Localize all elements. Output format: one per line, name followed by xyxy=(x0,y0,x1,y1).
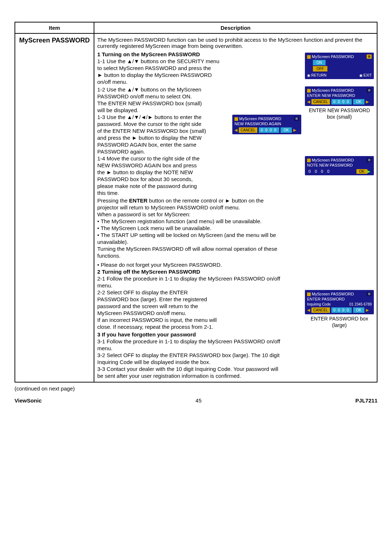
ui-digits: 0 0 0 0 xyxy=(309,169,331,174)
close-icon: ⊕ xyxy=(367,158,372,162)
continued-note: (continued on next page) xyxy=(15,385,377,392)
s3-3b: be sent after your user registration inf… xyxy=(97,373,374,379)
ui-ok: OK xyxy=(281,127,291,133)
ui-cancel: CANCEL xyxy=(311,307,330,313)
ui-title: MyScreen PASSWORD xyxy=(312,54,354,59)
ui-enter-new-password: MyScreen PASSWORD ⊗ ENTER NEW PASSWORD ◀… xyxy=(305,86,374,106)
bullet-3b: unavailable). xyxy=(97,239,374,245)
ui-title: MyScreen PASSWORD xyxy=(312,292,354,296)
ui-note-new-password: MyScreen PASSWORD ⊕ NOTE NEW PASSWORD 0 … xyxy=(305,156,374,175)
ui-inquiring-code: 01 2345 6789 xyxy=(350,302,372,307)
ui-cancel: CANCEL xyxy=(311,99,330,105)
close-icon: ⊗ xyxy=(294,116,299,121)
right-arrow-icon: ▶ xyxy=(366,307,369,312)
menu-icon xyxy=(307,89,311,93)
ui-title: MyScreen PASSWORD xyxy=(312,158,354,162)
intro-text: The MyScreen PASSWORD function can be us… xyxy=(97,37,374,49)
dont-forget: • Please do not forget your MyScreen PAS… xyxy=(97,262,374,268)
s3-1a: 3-1 Follow the procedure in 1-1 to displ… xyxy=(97,338,374,344)
press-enter-line: Pressing the ENTER button on the remote … xyxy=(97,197,374,204)
s1-4f: this time. xyxy=(97,190,374,196)
ui-on: ON xyxy=(313,60,326,65)
footer-brand: ViewSonic xyxy=(15,397,42,404)
turn-off-note2: functions. xyxy=(97,253,374,259)
right-arrow-icon: ▶ xyxy=(367,169,370,173)
bullet-3a: • The START UP setting will be locked on… xyxy=(97,232,374,238)
footer-model: PJL7211 xyxy=(355,397,377,404)
s2-1b: menu. xyxy=(97,282,374,289)
press-enter-line2: projector will return to MyScreen PASSWO… xyxy=(97,204,374,210)
caption-large-1: ENTER PASSWORD box xyxy=(305,316,374,322)
s1-4e: please make note of the password during xyxy=(97,183,374,189)
close-icon: ⊗ xyxy=(367,54,372,59)
ui-exit: ◉:EXIT xyxy=(359,73,372,78)
left-arrow-icon: ◀ xyxy=(234,127,237,132)
s3-3a: 3-3 Contact your dealer with the 10 digi… xyxy=(97,366,374,372)
menu-icon xyxy=(307,159,311,162)
heading-2: 2 Turning off the MyScreen PASSWORD xyxy=(97,269,374,275)
ui-enter-password-large: MyScreen PASSWORD ⊗ ENTER PASSWORD Inqui… xyxy=(305,290,374,314)
when-set: When a password is set for MyScreen: xyxy=(97,211,374,217)
bullet-2: • The MyScreen Lock menu will be unavail… xyxy=(97,225,374,231)
menu-icon xyxy=(307,293,311,296)
menu-icon xyxy=(234,117,238,121)
s3-2b: Inquiring Code will be displayed inside … xyxy=(97,359,374,365)
menu-icon xyxy=(307,55,311,59)
close-icon: ⊗ xyxy=(367,88,372,93)
turn-off-note1: Turning the MyScreen PASSWORD off will a… xyxy=(97,246,374,252)
page-footer: ViewSonic 45 PJL7211 xyxy=(15,397,377,404)
ui-digits: 0 0 0 0 xyxy=(259,127,279,133)
caption-enter-new-2: box (small) xyxy=(305,114,374,120)
spec-table: Item Description MyScreen PASSWORD The M… xyxy=(15,22,377,383)
right-arrow-icon: ▶ xyxy=(293,127,296,132)
s3-1b: menu. xyxy=(97,345,374,351)
left-arrow-icon: ◀ xyxy=(307,99,310,104)
header-desc: Description xyxy=(94,22,377,33)
right-arrow-icon: ▶ xyxy=(366,99,369,104)
description-cell: The MyScreen PASSWORD function can be us… xyxy=(94,33,377,382)
ui-subtitle: ENTER PASSWORD xyxy=(307,297,372,302)
ui-inquiring-label: Inquiring Code xyxy=(307,302,331,307)
ui-off: OFF xyxy=(313,66,327,71)
bullet-1: • The MyScreen registration function (an… xyxy=(97,218,374,224)
ui-subtitle: NEW PASSWORD AGAIN xyxy=(234,121,299,126)
item-name: MyScreen PASSWORD xyxy=(15,33,94,382)
s3-2a: 3-2 Select OFF to display the ENTER PASS… xyxy=(97,352,374,358)
header-item: Item xyxy=(15,22,94,33)
ui-new-password-again: MyScreen PASSWORD ⊗ NEW PASSWORD AGAIN ◀… xyxy=(232,115,301,134)
caption-large-2: (large) xyxy=(305,322,374,328)
footer-page: 45 xyxy=(196,397,202,404)
ui-ok: OK xyxy=(353,307,364,313)
s1-3e: PASSWORD AGAIN box, enter the same xyxy=(97,142,374,148)
ui-ok: OK xyxy=(353,99,364,105)
s2-1a: 2-1 Follow the procedure in 1-1 to displ… xyxy=(97,275,374,282)
close-icon: ⊗ xyxy=(367,292,372,296)
ui-onoff-menu: MyScreen PASSWORD ⊗ ON OFF ◉:RETURN ◉:EX… xyxy=(305,53,374,79)
ui-cancel: CANCEL xyxy=(239,127,257,133)
left-arrow-icon: ◀ xyxy=(307,307,310,312)
caption-enter-new-1: ENTER NEW PASSWORD xyxy=(305,107,374,113)
s1-3f: PASSWORD again. xyxy=(97,148,374,155)
s1-4d: PASSWORD box for about 30 seconds, xyxy=(97,176,374,182)
ui-digits: 0 0 0 0 xyxy=(331,99,352,105)
ui-subtitle: NOTE NEW PASSWORD xyxy=(307,163,372,168)
ui-return: ◉:RETURN xyxy=(307,73,326,78)
ui-subtitle: ENTER NEW PASSWORD xyxy=(307,93,372,98)
ui-title: MyScreen PASSWORD xyxy=(312,88,354,93)
heading-3: 3 If you have forgotten your password xyxy=(97,331,374,338)
ui-digits: 0 0 0 0 xyxy=(331,307,352,313)
ui-ok: OK xyxy=(356,169,367,174)
ui-title: MyScreen PASSWORD xyxy=(239,116,281,121)
